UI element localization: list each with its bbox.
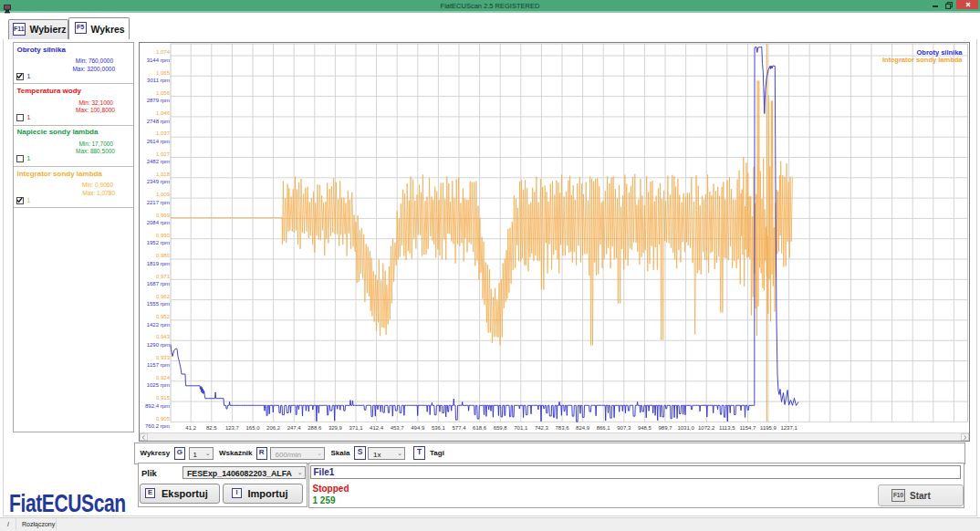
svg-text:329,9: 329,9 (328, 425, 342, 431)
svg-text:866,1: 866,1 (596, 425, 610, 431)
svg-text:701,1: 701,1 (514, 425, 528, 431)
svg-text:742,3: 742,3 (534, 425, 548, 431)
svg-text:41,2: 41,2 (185, 425, 196, 431)
svg-text:1157 rpm: 1157 rpm (147, 362, 170, 368)
svg-text:1555 rpm: 1555 rpm (146, 301, 169, 307)
svg-text:1422 rpm: 1422 rpm (146, 321, 169, 327)
svg-text:3144 rpm: 3144 rpm (146, 57, 169, 62)
svg-text:1,018: 1,018 (155, 172, 170, 177)
svg-text:0,980: 0,980 (155, 253, 170, 258)
svg-text:577,4: 577,4 (452, 425, 466, 431)
svg-text:494,9: 494,9 (411, 425, 425, 431)
svg-text:2748 rpm: 2748 rpm (146, 118, 169, 123)
svg-text:3011 rpm: 3011 rpm (147, 77, 170, 82)
svg-text:0,999: 0,999 (155, 212, 170, 217)
svg-text:1113,5: 1113,5 (719, 425, 735, 431)
svg-text:412,4: 412,4 (370, 425, 384, 431)
svg-text:1952 rpm: 1952 rpm (146, 240, 169, 245)
svg-text:0,952: 0,952 (155, 314, 170, 319)
svg-text:0,905: 0,905 (155, 415, 170, 421)
svg-text:0,971: 0,971 (155, 273, 170, 278)
svg-text:247,4: 247,4 (287, 425, 301, 431)
svg-text:948,5: 948,5 (637, 425, 652, 431)
svg-text:1,037: 1,037 (155, 130, 170, 136)
svg-text:783,6: 783,6 (555, 425, 569, 431)
svg-text:1687 rpm: 1687 rpm (146, 280, 169, 286)
svg-text:2614 rpm: 2614 rpm (146, 138, 169, 143)
svg-text:536,1: 536,1 (431, 425, 445, 431)
svg-text:1154,7: 1154,7 (739, 425, 756, 431)
svg-text:892,4 rpm: 892,4 rpm (144, 402, 169, 408)
svg-text:1,027: 1,027 (155, 151, 170, 156)
svg-text:659,8: 659,8 (493, 425, 507, 431)
svg-text:1,009: 1,009 (155, 192, 170, 197)
svg-text:1,065: 1,065 (155, 69, 170, 75)
svg-text:1025 rpm: 1025 rpm (146, 382, 169, 388)
svg-text:2349 rpm: 2349 rpm (146, 179, 169, 184)
svg-text:0,915: 0,915 (155, 395, 170, 401)
svg-text:0,924: 0,924 (155, 375, 170, 380)
svg-text:907,3: 907,3 (617, 425, 631, 431)
svg-text:760,2 rpm: 760,2 rpm (144, 423, 169, 429)
svg-text:0,933: 0,933 (155, 354, 170, 359)
svg-text:989,7: 989,7 (658, 425, 672, 431)
svg-text:Integrator sondy lambda: Integrator sondy lambda (881, 56, 962, 64)
svg-text:165,0: 165,0 (245, 425, 260, 431)
svg-text:0,943: 0,943 (155, 334, 170, 339)
svg-text:1,074: 1,074 (155, 49, 170, 55)
svg-text:2217 rpm: 2217 rpm (146, 199, 169, 204)
svg-text:2084 rpm: 2084 rpm (146, 220, 169, 225)
svg-text:0,962: 0,962 (155, 293, 170, 298)
svg-text:2879 rpm: 2879 rpm (146, 98, 169, 103)
svg-text:371,1: 371,1 (349, 425, 363, 431)
svg-text:1290 rpm: 1290 rpm (146, 341, 169, 347)
svg-text:206,2: 206,2 (266, 425, 281, 431)
svg-text:1,046: 1,046 (155, 110, 170, 116)
svg-text:1819 rpm: 1819 rpm (146, 260, 169, 266)
svg-text:82,5: 82,5 (205, 425, 216, 431)
svg-text:824,9: 824,9 (576, 425, 590, 431)
svg-text:288,6: 288,6 (308, 425, 322, 431)
svg-text:0,990: 0,990 (155, 232, 170, 237)
svg-text:1237,1: 1237,1 (780, 425, 798, 431)
svg-text:1195,9: 1195,9 (760, 425, 777, 431)
svg-text:123,7: 123,7 (224, 425, 239, 431)
svg-text:1072,2: 1072,2 (698, 425, 715, 431)
svg-text:2482 rpm: 2482 rpm (146, 159, 169, 164)
svg-text:1031,0: 1031,0 (677, 425, 694, 431)
svg-text:1,056: 1,056 (155, 89, 170, 95)
svg-text:453,7: 453,7 (390, 425, 404, 431)
svg-text:618,6: 618,6 (473, 425, 487, 431)
